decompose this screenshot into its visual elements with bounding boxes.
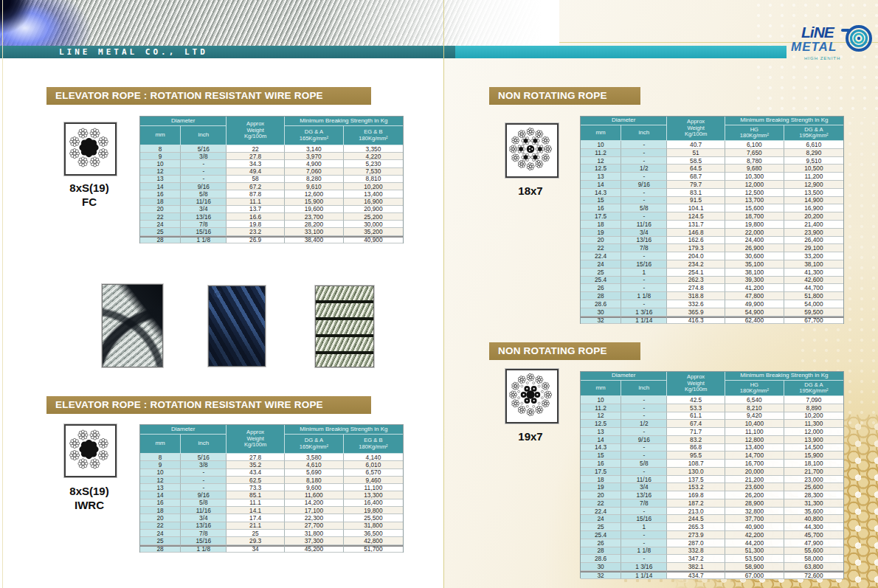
table-cell: 47,900 — [784, 539, 843, 547]
table-cell: 68.7 — [667, 173, 725, 181]
table-row: 12.51/264.59,68010,500 — [581, 165, 843, 173]
table-cell: 22 — [140, 213, 181, 221]
table-cell: - — [181, 469, 227, 477]
table-cell: 28.6 — [581, 555, 621, 563]
table-cell: 19 — [581, 483, 621, 491]
table-cell: 15/16 — [181, 228, 227, 235]
table-cell: 15 — [581, 197, 621, 205]
table-row: 193/4146.822,00023,900 — [581, 229, 843, 237]
col-weight-header: Approx Weight Kg/100m — [667, 372, 725, 396]
table-cell: 27,700 — [285, 522, 344, 530]
table-cell: 204.0 — [667, 252, 725, 260]
table-row: 281 1/8318.847,80051,800 — [581, 292, 843, 300]
table-cell: 41,300 — [784, 269, 843, 277]
table-cell: 18 — [140, 507, 181, 514]
spec-table: Diameter Approx Weight Kg/100m Minimum B… — [580, 371, 844, 578]
section-title: ELEVATOR ROPE : ROTATION RESISTANT WIRE … — [55, 399, 323, 410]
table-cell: 20 — [581, 491, 621, 499]
table-row: 321 1/14416.362,40067,700 — [581, 317, 843, 325]
table-cell: 25 — [581, 523, 621, 531]
table-cell: 9,420 — [725, 412, 784, 421]
table-cell: 12,000 — [784, 428, 843, 436]
table-cell: 274.8 — [667, 284, 725, 292]
table-row: 15-95.514,70015,900 — [581, 452, 843, 460]
table-cell: 10 — [140, 469, 181, 477]
table-cell: 58,900 — [725, 563, 784, 571]
table-cell: - — [621, 452, 667, 460]
table-cell: 23,000 — [784, 476, 843, 484]
table-cell: - — [621, 531, 667, 539]
table-cell: 33,100 — [285, 228, 344, 235]
table-cell: 1 — [621, 269, 667, 277]
table-cell: 40,900 — [344, 236, 403, 243]
table-cell: 7,060 — [285, 168, 344, 176]
col-strength2-header: EG & B 180Kg/mm² — [344, 126, 403, 145]
table-cell: 20 — [140, 206, 181, 213]
table-cell: 51,700 — [344, 545, 403, 553]
table-cell: 31,800 — [344, 522, 403, 530]
table-cell: 16,900 — [344, 198, 403, 206]
table-cell: 13/16 — [621, 491, 667, 499]
table-row: 85/1627.83,5804,140 — [140, 454, 403, 461]
table-cell: 18 — [581, 221, 621, 229]
table-cell: 49,900 — [725, 300, 784, 308]
table-cell: 13/16 — [181, 213, 227, 221]
section-title-bar: NON ROTATING ROPE — [489, 342, 640, 360]
table-cell: 83.1 — [667, 189, 725, 197]
table-cell: 13,300 — [344, 491, 403, 499]
table-cell: - — [621, 555, 667, 563]
table-cell: 22,300 — [285, 514, 344, 522]
table-row: 13-68.710,30011,200 — [581, 173, 843, 181]
section-title: ELEVATOR ROPE : ROTATION RESISTANT WIRE … — [55, 90, 323, 101]
table-cell: 6,100 — [725, 141, 784, 149]
table-cell: 25.4 — [581, 531, 621, 539]
table-cell: 16,400 — [344, 499, 403, 507]
table-cell: 162.6 — [667, 237, 725, 245]
table-cell: 67,700 — [784, 317, 843, 325]
company-bar-accent — [455, 46, 787, 58]
table-row: 2415/16234.235,10038,100 — [581, 260, 843, 269]
table-row: 227/8179.326,90029,100 — [581, 244, 843, 252]
table-cell: 42,200 — [725, 531, 784, 539]
col-weight-header: Approx Weight Kg/100m — [227, 425, 284, 454]
table-row: 2013/16162.624,40026,400 — [581, 237, 843, 245]
table-cell: 28.6 — [581, 300, 621, 308]
table-cell: 14 — [581, 436, 621, 444]
table-cell: 11.2 — [581, 404, 621, 412]
table-cell: 8,780 — [725, 157, 784, 165]
table-row: 12.51/267.410,40011,300 — [581, 420, 843, 428]
table-cell: 27.8 — [227, 153, 284, 160]
table-cell: 72,600 — [784, 571, 843, 579]
photo-rope-strands — [315, 286, 374, 367]
table-cell: 14 — [140, 491, 181, 499]
table-cell: 64.5 — [667, 165, 725, 173]
table-cell: 10,200 — [784, 412, 843, 421]
table-cell: 28 — [140, 545, 181, 553]
table-row: 193/4153.223,60025,600 — [581, 483, 843, 491]
col-diameter-header: Diameter — [581, 372, 667, 381]
section-title-bar: NON ROTATING ROPE — [489, 87, 640, 105]
table-cell: 131.7 — [667, 221, 725, 229]
table-cell: 26 — [581, 539, 621, 547]
table-header: Diameter Approx Weight Kg/100m Minimum B… — [581, 117, 843, 141]
table-row: 149/1685.111,60013,300 — [140, 491, 403, 499]
table-cell: 23.2 — [227, 228, 284, 235]
rope-construction-label: 19x7 — [486, 430, 575, 444]
table-cell: 137.5 — [667, 476, 725, 484]
table-cell: 58.5 — [667, 157, 725, 165]
table-cell: 14.3 — [581, 189, 621, 197]
table-row: 22.4-204.030,60033,200 — [581, 252, 843, 260]
table-cell: 1 3/16 — [621, 563, 667, 571]
table-cell: 51 — [667, 149, 725, 157]
table-cell: 35.2 — [227, 461, 284, 468]
table-cell: 17,100 — [285, 507, 344, 514]
table-cell: 18 — [581, 476, 621, 484]
table-cell: 44,300 — [784, 523, 843, 531]
table-cell: 28 — [140, 236, 181, 243]
table-cell: - — [621, 252, 667, 260]
table-cell: 5/8 — [621, 204, 667, 212]
col-mm-header: mm — [140, 126, 181, 145]
col-weight-header: Approx Weight Kg/100m — [667, 117, 725, 141]
table-row: 165/887.812,60013,400 — [140, 190, 403, 198]
table-cell: 25,200 — [344, 213, 403, 221]
